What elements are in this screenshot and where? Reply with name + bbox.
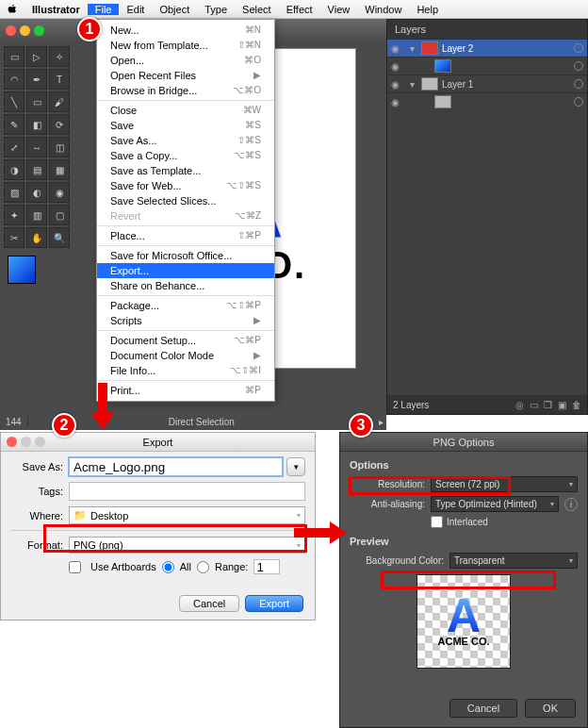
zoom-window-icon[interactable] <box>34 25 44 36</box>
width-tool-icon[interactable]: ↔ <box>26 137 47 157</box>
blend-tool-icon[interactable]: ◉ <box>49 182 70 203</box>
graph-tool-icon[interactable]: ▥ <box>26 205 47 225</box>
menu-item-export---[interactable]: Export... <box>97 263 274 278</box>
antialias-select[interactable]: Type Optimized (Hinted)▾ <box>431 496 559 512</box>
export-confirm-button[interactable]: Export <box>245 595 303 612</box>
hand-tool-icon[interactable]: ✋ <box>26 227 47 248</box>
menu-item-place---[interactable]: Place...⇧⌘P <box>97 225 274 243</box>
disclosure-icon[interactable]: ▾ <box>410 79 419 90</box>
zoom-tool-icon[interactable]: 🔍 <box>49 227 70 248</box>
disclosure-button-icon[interactable]: ▾ <box>286 457 305 476</box>
menu-item-open-recent-files[interactable]: Open Recent Files▶ <box>97 68 274 83</box>
delete-layer-icon[interactable]: 🗑 <box>572 400 581 410</box>
locate-layer-icon[interactable]: ◎ <box>515 400 524 410</box>
menu-item-scripts[interactable]: Scripts▶ <box>97 313 274 328</box>
menu-item-share-on-behance---[interactable]: Share on Behance... <box>97 278 274 293</box>
target-icon[interactable] <box>574 97 583 107</box>
rotate-tool-icon[interactable]: ⟳ <box>49 114 70 135</box>
fill-swatch[interactable] <box>8 256 36 284</box>
scale-tool-icon[interactable]: ⤢ <box>4 137 24 157</box>
export-cancel-button[interactable]: Cancel <box>179 595 239 612</box>
free-transform-tool-icon[interactable]: ◫ <box>49 137 70 157</box>
visibility-icon[interactable]: ◉ <box>391 43 404 54</box>
range-radio[interactable] <box>197 561 209 573</box>
menu-item-package---[interactable]: Package...⌥⇧⌘P <box>97 295 274 313</box>
menu-view[interactable]: View <box>320 4 358 15</box>
magic-wand-tool-icon[interactable]: ✧ <box>49 46 70 67</box>
app-name[interactable]: Illustrator <box>24 0 88 19</box>
selection-tool-icon[interactable]: ▭ <box>4 46 24 67</box>
where-select[interactable]: 📁Desktop ▾ <box>69 506 305 524</box>
gradient-tool-icon[interactable]: ▨ <box>4 182 24 203</box>
type-tool-icon[interactable]: T <box>49 69 70 90</box>
menu-item-save-as---[interactable]: Save As...⇧⌘S <box>97 133 274 148</box>
layer-row[interactable]: ◉▾Layer 2 <box>387 39 587 57</box>
close-window-icon[interactable] <box>6 25 16 36</box>
perspective-tool-icon[interactable]: ▤ <box>26 159 47 180</box>
info-icon[interactable]: i <box>564 498 578 511</box>
new-layer-icon[interactable]: ▣ <box>558 400 566 410</box>
menu-item-save-for-web---[interactable]: Save for Web...⌥⇧⌘S <box>97 178 274 193</box>
zoom-level[interactable]: 144 <box>0 417 28 427</box>
target-icon[interactable] <box>574 43 583 53</box>
rectangle-tool-icon[interactable]: ▭ <box>26 91 47 112</box>
menu-item-open---[interactable]: Open...⌘O <box>97 53 274 68</box>
make-clip-icon[interactable]: ▭ <box>530 400 538 410</box>
disclosure-icon[interactable]: ▾ <box>410 43 419 54</box>
direct-selection-tool-icon[interactable]: ▷ <box>26 46 47 67</box>
menu-item-save-as-template---[interactable]: Save as Template... <box>97 163 274 178</box>
menu-item-save-selected-slices---[interactable]: Save Selected Slices... <box>97 193 274 208</box>
bgcolor-select[interactable]: Transparent▾ <box>449 553 578 569</box>
visibility-icon[interactable]: ◉ <box>391 97 404 108</box>
menu-item-close[interactable]: Close⌘W <box>97 100 274 118</box>
menu-item-new---[interactable]: New...⌘N <box>97 23 274 38</box>
target-icon[interactable] <box>574 79 583 89</box>
menu-edit[interactable]: Edit <box>119 4 152 15</box>
menu-object[interactable]: Object <box>152 4 197 15</box>
menu-help[interactable]: Help <box>409 4 446 15</box>
menu-item-new-from-template---[interactable]: New from Template...⇧⌘N <box>97 38 274 53</box>
eyedropper-tool-icon[interactable]: ◐ <box>26 182 47 203</box>
layer-row[interactable]: ◉▾Layer 1 <box>387 74 587 92</box>
mesh-tool-icon[interactable]: ▦ <box>49 159 70 180</box>
pencil-tool-icon[interactable]: ✎ <box>4 114 24 135</box>
menu-select[interactable]: Select <box>235 4 279 15</box>
png-ok-button[interactable]: OK <box>525 699 576 718</box>
pen-tool-icon[interactable]: ✒ <box>26 69 47 90</box>
visibility-icon[interactable]: ◉ <box>391 61 404 72</box>
shape-builder-tool-icon[interactable]: ◑ <box>4 159 24 180</box>
eraser-tool-icon[interactable]: ◧ <box>26 114 47 135</box>
apple-icon[interactable] <box>6 3 19 16</box>
interlaced-checkbox[interactable] <box>431 516 443 528</box>
symbol-sprayer-tool-icon[interactable]: ✦ <box>4 205 24 225</box>
tags-input[interactable] <box>69 482 305 501</box>
paintbrush-tool-icon[interactable]: 🖌 <box>49 91 70 112</box>
all-radio[interactable] <box>162 561 174 573</box>
menu-item-document-color-mode[interactable]: Document Color Mode▶ <box>97 348 274 363</box>
artboard-tool-icon[interactable]: ▢ <box>49 205 70 225</box>
layers-panel-title[interactable]: Layers <box>387 20 587 39</box>
line-tool-icon[interactable]: ╲ <box>4 91 24 112</box>
close-icon[interactable] <box>7 437 17 447</box>
png-cancel-button[interactable]: Cancel <box>449 699 517 718</box>
menu-item-browse-in-bridge---[interactable]: Browse in Bridge...⌥⌘O <box>97 83 274 98</box>
menu-item-file-info---[interactable]: File Info...⌥⇧⌘I <box>97 363 274 378</box>
menu-effect[interactable]: Effect <box>279 4 320 15</box>
menu-window[interactable]: Window <box>357 4 409 15</box>
target-icon[interactable] <box>574 61 583 71</box>
menu-item-print---[interactable]: Print...⌘P <box>97 380 274 398</box>
use-artboards-checkbox[interactable] <box>69 561 81 573</box>
menu-item-save[interactable]: Save⌘S <box>97 118 274 133</box>
lasso-tool-icon[interactable]: ◠ <box>4 69 24 90</box>
menu-file[interactable]: File <box>88 4 120 15</box>
visibility-icon[interactable]: ◉ <box>391 79 404 90</box>
range-input[interactable] <box>253 559 280 574</box>
new-sublayer-icon[interactable]: ❐ <box>544 400 552 410</box>
minimize-window-icon[interactable] <box>20 25 30 36</box>
menu-item-document-setup---[interactable]: Document Setup...⌥⌘P <box>97 330 274 348</box>
layer-row[interactable]: ◉ <box>387 92 587 110</box>
menu-item-save-a-copy---[interactable]: Save a Copy...⌥⌘S <box>97 148 274 163</box>
slice-tool-icon[interactable]: ✂ <box>4 227 24 248</box>
layer-row[interactable]: ◉ <box>387 57 587 74</box>
menu-type[interactable]: Type <box>197 4 235 15</box>
